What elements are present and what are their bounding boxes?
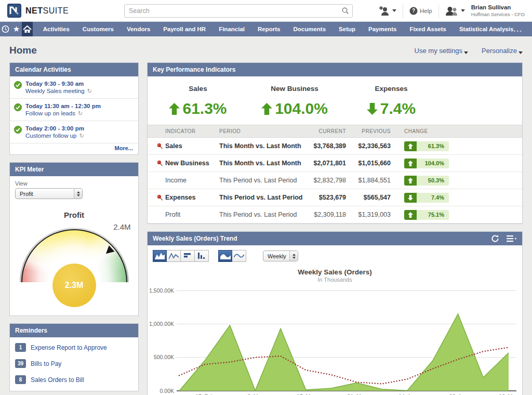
nav-item-setup[interactable]: Setup bbox=[339, 26, 355, 32]
kpi-row-expenses[interactable]: ExpensesThis Period vs. Last Period$523,… bbox=[148, 189, 522, 206]
up-arrow-icon bbox=[169, 103, 180, 115]
panel-header[interactable]: Calendar Activities bbox=[10, 63, 138, 76]
event-name[interactable]: Follow up on leads ↻ bbox=[25, 110, 101, 117]
gauge-value-disc: 2.3M bbox=[52, 264, 96, 307]
shortcuts-button[interactable]: ★ bbox=[11, 22, 22, 36]
user-menu[interactable] bbox=[445, 6, 465, 16]
nav-item-statistical-analysis[interactable]: Statistical Analysis bbox=[459, 26, 513, 32]
calendar-event[interactable]: Today 9:30 - 9:30 amWeekly Sales meeting… bbox=[10, 76, 138, 99]
event-time[interactable]: Today 11:30 am - 12:30 pm bbox=[25, 103, 101, 109]
recurring-icon: ↻ bbox=[87, 88, 92, 94]
recent-records-button[interactable] bbox=[0, 22, 11, 36]
kpi-panel: Key Performance Indicators Sales61.3%New… bbox=[147, 62, 523, 224]
kpi-row-profit[interactable]: ProfitThis Period vs. Last Period$2,309,… bbox=[148, 206, 522, 223]
help-button[interactable]: ? Help bbox=[409, 7, 432, 15]
reminder-item[interactable]: 1Expense Report to Approve bbox=[10, 339, 138, 356]
nav-item-activities[interactable]: Activities bbox=[43, 26, 70, 32]
reminder-label[interactable]: Bills to Pay bbox=[31, 360, 61, 367]
personalize-menu[interactable]: Personalize bbox=[482, 47, 523, 55]
sales-area-series bbox=[179, 314, 509, 391]
kpi-highlight-expenses: Expenses7.4% bbox=[343, 85, 440, 117]
indicator-cell[interactable]: Expenses bbox=[148, 189, 217, 206]
reminder-label[interactable]: Sales Orders to Bill bbox=[31, 376, 84, 384]
calendar-event[interactable]: Today 2:00 - 3:00 pmCustomer follow up ↻ bbox=[10, 121, 138, 143]
nav-item-vendors[interactable]: Vendors bbox=[127, 26, 150, 32]
search-icon[interactable] bbox=[341, 7, 349, 15]
event-time[interactable]: Today 9:30 - 9:30 am bbox=[25, 81, 92, 87]
nav-item-customers[interactable]: Customers bbox=[83, 26, 114, 32]
chart-type-area-button[interactable] bbox=[153, 250, 167, 262]
chart-type-hbar-button[interactable] bbox=[181, 250, 195, 262]
panel-header[interactable]: Reminders bbox=[10, 324, 138, 337]
panel-menu-icon[interactable] bbox=[507, 235, 517, 242]
calendar-more-link[interactable]: More... bbox=[10, 143, 138, 154]
period-cell: This Period vs. Last Period bbox=[217, 189, 307, 206]
panel-header[interactable]: Key Performance Indicators bbox=[148, 63, 522, 76]
kpi-highlight-sales: Sales61.3% bbox=[150, 85, 246, 117]
pushpin-icon bbox=[157, 143, 163, 149]
nav-overflow-button[interactable]: ... bbox=[513, 22, 532, 36]
nav-item-documents[interactable]: Documents bbox=[293, 26, 326, 32]
search-input[interactable] bbox=[129, 7, 341, 15]
kpi-row-sales[interactable]: SalesThis Month vs. Last Month$3,768,389… bbox=[148, 138, 522, 155]
change-badge: 104.0% bbox=[404, 159, 449, 168]
up-arrow-icon bbox=[261, 103, 272, 115]
reminder-item[interactable]: 8Sales Orders to Bill bbox=[10, 372, 138, 388]
netsuite-logo[interactable]: NETSUITE bbox=[7, 4, 124, 18]
indicator-cell[interactable]: New Business bbox=[148, 155, 217, 172]
indicator-cell[interactable]: Profit bbox=[148, 206, 217, 223]
gauge-title: Profit bbox=[15, 210, 133, 219]
trendline-smooth-line-button[interactable] bbox=[232, 250, 246, 262]
kpi-highlight-label: Expenses bbox=[343, 85, 440, 93]
kpi-row-new-business[interactable]: New BusinessThis Month vs. Last Month$2,… bbox=[148, 155, 522, 172]
nav-item-fixed-assets[interactable]: Fixed Assets bbox=[409, 26, 446, 32]
netsuite-logo-icon bbox=[7, 4, 21, 18]
trend-period-select[interactable]: Weekly bbox=[263, 251, 298, 261]
global-search[interactable] bbox=[124, 4, 353, 18]
chart-type-line-button[interactable] bbox=[167, 250, 181, 262]
use-my-settings-menu[interactable]: Use my settings bbox=[415, 47, 468, 55]
nav-item-payroll-and-hr[interactable]: Payroll and HR bbox=[163, 26, 206, 32]
refresh-icon[interactable] bbox=[491, 234, 499, 243]
kpi-highlight-value: 7.4% bbox=[367, 100, 416, 117]
previous-cell: $2,336,563 bbox=[348, 138, 393, 155]
nav-items: ActivitiesCustomersVendorsPayroll and HR… bbox=[33, 22, 514, 36]
home-icon bbox=[23, 25, 32, 33]
select-stepper-icon bbox=[74, 189, 82, 199]
event-name[interactable]: Weekly Sales meeting ↻ bbox=[25, 88, 92, 95]
nav-item-payments[interactable]: Payments bbox=[368, 26, 396, 32]
create-new-menu[interactable] bbox=[379, 6, 396, 16]
home-tab[interactable] bbox=[22, 22, 33, 36]
reminder-count-badge: 39 bbox=[15, 359, 26, 368]
gauge-target-label: 2.4M bbox=[113, 222, 130, 231]
kpi-table: INDICATORPERIODCURRENTPREVIOUSCHANGE Sal… bbox=[148, 125, 522, 223]
previous-cell: $1,319,003 bbox=[348, 206, 393, 223]
user-info[interactable]: Brian Sullivan Huffman Services - CFO bbox=[471, 4, 525, 17]
view-label: View bbox=[15, 180, 133, 187]
recurring-icon: ↻ bbox=[79, 133, 84, 139]
change-badge: 50.3% bbox=[404, 176, 449, 186]
calendar-event[interactable]: Today 11:30 am - 12:30 pmFollow up on le… bbox=[10, 99, 138, 121]
panel-header[interactable]: Weekly Sales (Orders) Trend bbox=[153, 232, 237, 245]
kpi-view-select[interactable]: Profit bbox=[15, 188, 83, 199]
event-name[interactable]: Customer follow up ↻ bbox=[25, 133, 84, 139]
down-arrow-icon bbox=[408, 195, 413, 201]
trendline-smooth-area-button[interactable] bbox=[218, 250, 232, 262]
reminder-item[interactable]: 39Bills to Pay bbox=[10, 356, 138, 372]
help-icon: ? bbox=[409, 7, 418, 15]
trend-panel: Weekly Sales (Orders) Trend bbox=[147, 231, 523, 395]
current-cell: $3,768,389 bbox=[307, 138, 348, 155]
user-icon bbox=[445, 6, 459, 16]
indicator-cell[interactable]: Sales bbox=[148, 138, 217, 155]
user-name: Brian Sullivan bbox=[471, 4, 525, 11]
chart-type-column-button[interactable] bbox=[195, 250, 209, 262]
event-time[interactable]: Today 2:00 - 3:00 pm bbox=[25, 125, 84, 131]
indicator-cell[interactable]: Income bbox=[148, 172, 217, 189]
nav-item-reports[interactable]: Reports bbox=[258, 26, 280, 32]
star-icon: ★ bbox=[13, 24, 20, 34]
check-circle-icon bbox=[14, 126, 22, 134]
panel-header[interactable]: KPI Meter bbox=[10, 163, 138, 176]
kpi-row-income[interactable]: IncomeThis Period vs. Last Period$2,832,… bbox=[148, 172, 522, 189]
nav-item-financial[interactable]: Financial bbox=[219, 26, 245, 32]
reminder-label[interactable]: Expense Report to Approve bbox=[31, 344, 107, 351]
